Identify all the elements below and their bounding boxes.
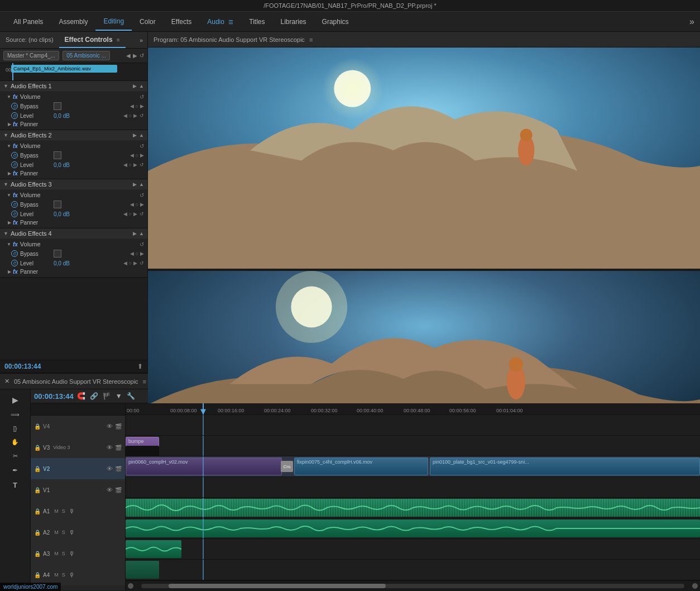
tl-snap-icon[interactable]: 🧲 xyxy=(76,391,87,401)
ae1-vol-reset[interactable]: ↺ xyxy=(140,94,144,100)
ae4-vol-reset[interactable]: ↺ xyxy=(140,241,144,247)
ae1-bypass-right-icon[interactable]: ▶ xyxy=(140,103,144,109)
ae4-bypass-checkbox[interactable] xyxy=(54,250,61,258)
v2-collapse-icon[interactable]: 🎬 xyxy=(115,466,122,472)
ae1-level-reset[interactable]: ↺ xyxy=(140,113,144,118)
ae1-vol-collapse[interactable]: ▼ xyxy=(7,94,11,99)
audio-effects-1-header[interactable]: ▼ Audio Effects 1 ▶ ▲ xyxy=(0,81,147,91)
ae4-play-icon[interactable]: ▶ xyxy=(133,231,137,236)
tab-color[interactable]: Color xyxy=(132,13,164,30)
tl-add-markers-icon[interactable]: 🏴 xyxy=(102,391,112,401)
v2-visibility-icon[interactable]: 👁 xyxy=(107,465,113,472)
tab-titles[interactable]: Titles xyxy=(241,13,272,30)
v4-collapse-icon[interactable]: 🎬 xyxy=(115,423,122,430)
tab-audio[interactable]: Audio ☰ xyxy=(199,13,241,30)
ae3-up-icon[interactable]: ▲ xyxy=(139,182,144,187)
a3-mic-icon[interactable]: 🎙 xyxy=(69,550,75,557)
track-select-fwd-tool[interactable]: ⟹ xyxy=(2,409,28,420)
ae4-level-reset[interactable]: ↺ xyxy=(140,260,144,266)
panel-expand-btn[interactable]: » xyxy=(135,37,147,44)
timeline-scrollbar[interactable] xyxy=(141,584,684,588)
tab-effects[interactable]: Effects xyxy=(164,13,199,30)
ae1-bypass-clock[interactable]: ⏱ xyxy=(11,103,18,109)
clip-selector[interactable]: 05 Ambisonic ... xyxy=(63,51,110,60)
v3-visibility-icon[interactable]: 👁 xyxy=(107,444,113,451)
ae2-level-reset[interactable]: ↺ xyxy=(140,162,144,168)
ae2-bypass-clock[interactable]: ⏱ xyxy=(11,152,18,159)
v1-visibility-icon[interactable]: 👁 xyxy=(107,487,113,493)
ae1-level-right-icon[interactable]: ▶ xyxy=(133,113,137,118)
ae1-level-clock[interactable]: ⏱ xyxy=(11,112,18,119)
ae1-bypass-left-icon[interactable]: ◀ xyxy=(130,103,134,109)
a4-s-btn[interactable]: S xyxy=(62,572,65,578)
a2-lock-icon[interactable]: 🔒 xyxy=(34,530,41,536)
text-tool[interactable]: T xyxy=(2,479,28,491)
razor-blade-tool[interactable]: ✂ xyxy=(2,451,28,461)
audio-effects-4-header[interactable]: ▼ Audio Effects 4 ▶ ▲ xyxy=(0,228,147,239)
v3-lock-icon[interactable]: 🔒 xyxy=(34,445,41,451)
v3-collapse-icon[interactable]: 🎬 xyxy=(115,445,122,451)
ae1-bypass-circle[interactable]: ○ xyxy=(136,103,138,109)
a4-m-btn[interactable]: M xyxy=(54,572,59,578)
ec-loop-btn[interactable]: ↺ xyxy=(140,53,144,59)
timeline-scrollbar-thumb[interactable] xyxy=(169,584,386,588)
ae2-vol-reset[interactable]: ↺ xyxy=(140,143,144,149)
tl-wrench-icon[interactable]: 🔧 xyxy=(126,391,136,401)
tab-all-panels[interactable]: All Panels xyxy=(6,13,51,30)
v2-clip-1[interactable]: pin0060_complH_v02.mov xyxy=(126,457,282,475)
tab-libraries[interactable]: Libraries xyxy=(273,13,314,30)
a4-lock-icon[interactable]: 🔒 xyxy=(34,572,41,578)
tab-graphics[interactable]: Graphics xyxy=(314,13,357,30)
tl-settings-icon[interactable]: ▼ xyxy=(114,391,123,401)
select-tool[interactable]: ▶ xyxy=(2,394,28,406)
ec-prev-btn[interactable]: ◀ xyxy=(126,53,131,59)
audio-effects-2-header[interactable]: ▼ Audio Effects 2 ▶ ▲ xyxy=(0,130,147,140)
tl-scroll-right-btn[interactable] xyxy=(692,583,698,589)
pen-tool[interactable]: ✒ xyxy=(2,465,28,476)
ae2-bypass-checkbox[interactable] xyxy=(54,151,61,159)
ae3-play-icon[interactable]: ▶ xyxy=(133,182,137,187)
slip-tool[interactable]: ✋ xyxy=(2,437,28,447)
a3-m-btn[interactable]: M xyxy=(54,551,59,556)
ripple-edit-tool[interactable]: [} xyxy=(2,423,28,433)
source-no-clips-tab[interactable]: Source: (no clips) xyxy=(0,33,59,47)
tl-menu-icon[interactable]: ≡ xyxy=(143,378,146,385)
effect-controls-menu-icon[interactable]: ≡ xyxy=(117,37,120,43)
ec-export-btn[interactable]: ⬆ xyxy=(137,363,143,370)
v1-collapse-icon[interactable]: 🎬 xyxy=(115,487,122,493)
v4-lock-icon[interactable]: 🔒 xyxy=(34,423,41,430)
tab-assembly[interactable]: Assembly xyxy=(51,13,95,30)
ae3-bypass-clock[interactable]: ⏱ xyxy=(11,201,18,208)
tl-close-btn[interactable]: ✕ xyxy=(4,378,9,385)
v4-visibility-icon[interactable]: 👁 xyxy=(107,423,113,430)
v2-clip-2[interactable]: fixpin0075_c4ht_complH.v06.mov xyxy=(294,457,428,475)
ec-clip-bar[interactable]: Camp4_Ep1_Mix2_Ambisonic.wav xyxy=(11,65,117,73)
a1-s-btn[interactable]: S xyxy=(62,508,65,514)
ae4-bypass-clock[interactable]: ⏱ xyxy=(11,250,18,257)
ae2-level-clock[interactable]: ⏱ xyxy=(11,161,18,168)
ae3-level-clock[interactable]: ⏱ xyxy=(11,211,18,217)
ae1-level-circle[interactable]: ○ xyxy=(129,113,132,118)
ae4-up-icon[interactable]: ▲ xyxy=(139,231,144,236)
ae1-up-icon[interactable]: ▲ xyxy=(139,83,144,89)
v2-lock-icon[interactable]: 🔒 xyxy=(34,466,41,472)
a2-s-btn[interactable]: S xyxy=(62,530,65,535)
a3-s-btn[interactable]: S xyxy=(62,551,65,556)
tab-editing[interactable]: Editing xyxy=(95,13,132,31)
master-selector[interactable]: Master * Camp4_... xyxy=(3,51,59,60)
a4-mic-icon[interactable]: 🎙 xyxy=(69,571,75,578)
ae4-level-clock[interactable]: ⏱ xyxy=(11,260,18,266)
tl-link-select-icon[interactable]: 🔗 xyxy=(89,391,99,401)
program-menu-icon[interactable]: ≡ xyxy=(309,36,313,43)
a1-lock-icon[interactable]: 🔒 xyxy=(34,508,41,514)
a2-m-btn[interactable]: M xyxy=(54,530,59,535)
audio-effects-3-header[interactable]: ▼ Audio Effects 3 ▶ ▲ xyxy=(0,179,147,189)
a1-mic-icon[interactable]: 🎙 xyxy=(69,508,75,514)
ae1-panner-expand[interactable]: ▶ xyxy=(8,122,11,127)
tl-scroll-left-btn[interactable] xyxy=(128,583,133,589)
timeline-current-time[interactable]: 00:00:13:44 xyxy=(34,392,74,401)
a1-m-btn[interactable]: M xyxy=(54,508,59,514)
effect-controls-tab[interactable]: Effect Controls ≡ xyxy=(59,32,126,48)
audio-menu-icon[interactable]: ☰ xyxy=(228,19,233,25)
a2-mic-icon[interactable]: 🎙 xyxy=(69,529,75,536)
